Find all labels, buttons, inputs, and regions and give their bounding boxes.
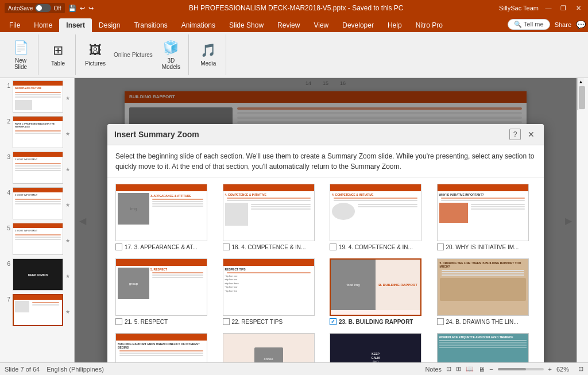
slide-checkbox-20[interactable] bbox=[437, 243, 444, 250]
slide-checkbox-23[interactable] bbox=[330, 318, 336, 325]
slide-label-20: 20. WHY IS INITIATIVE IM... bbox=[437, 243, 529, 250]
slide-checkbox-19[interactable] bbox=[330, 243, 336, 250]
tab-design[interactable]: Design bbox=[92, 18, 127, 32]
slide-thumb-28[interactable]: WORKPLACE ETIQUETTE AND DISPLAYED THEREO… bbox=[437, 333, 529, 362]
slide-label-text-23: 23. B. BUILDING RAPPORT bbox=[339, 319, 413, 325]
slide-label-19: 19. 4. COMPETENCE & IN... bbox=[330, 243, 421, 250]
zoom-level[interactable]: 62% bbox=[556, 366, 574, 373]
slide-item-21: group 5. RESPECT 21. 5. RESPECT bbox=[115, 258, 215, 325]
title-bar: AutoSave Off 💾 ↩ ↪ BH PROFESSIONALISM DE… bbox=[0, 0, 588, 16]
slide-thumb-25[interactable]: BUILDING RAPPORT ENDS WHEN CONFLICT OF I… bbox=[115, 333, 207, 362]
images-group: 🖼 Pictures Online Pictures 🧊 3D Models bbox=[78, 34, 189, 75]
slide-item-27: KEEP CALM AND MIND YOUR MANNERS 27. ... bbox=[330, 333, 429, 362]
slide-thumb-20[interactable]: WHY IS INITIATIVE IMPORTANT? bbox=[437, 184, 529, 241]
slide-label-22: 22. RESPECT TIPS bbox=[223, 318, 315, 325]
tab-nitropro[interactable]: Nitro Pro bbox=[409, 18, 450, 32]
slide-item-18: 4. COMPETENCE & INITIATIVE 18. 4. COMPET… bbox=[223, 184, 322, 250]
zoom-in-button[interactable]: + bbox=[548, 366, 552, 373]
minimize-button[interactable]: — bbox=[543, 3, 554, 13]
tab-animations[interactable]: Animations bbox=[175, 18, 222, 32]
zoom-slider[interactable] bbox=[498, 368, 544, 370]
table-icon: ⊞ bbox=[53, 43, 63, 58]
redo-icon[interactable]: ↪ bbox=[88, 5, 94, 12]
3d-models-button[interactable]: 🧊 3D Models bbox=[157, 36, 185, 74]
save-icon[interactable]: 💾 bbox=[68, 5, 76, 12]
tab-view[interactable]: View bbox=[307, 18, 335, 32]
ribbon-toolbar: 📄 New Slide ⊞ Table 🖼 Pictures Online Pi… bbox=[0, 32, 588, 78]
slide-thumb-2[interactable]: 2 PART 1: PROFESSIONALISM IN THE WORKPLA… bbox=[2, 116, 72, 148]
scroll-up-button[interactable]: ▲ bbox=[578, 78, 584, 85]
view-presenter-icon[interactable]: 🖥 bbox=[478, 366, 485, 373]
slide-item-19: 4. COMPETENCE & INITIATIVE 19. 4. COMPET… bbox=[330, 184, 429, 250]
slide-info: Slide 7 of 64 bbox=[5, 366, 40, 373]
tab-home[interactable]: Home bbox=[27, 18, 59, 32]
undo-icon[interactable]: ↩ bbox=[80, 5, 85, 12]
slide-thumb-18[interactable]: 4. COMPETENCE & INITIATIVE bbox=[223, 184, 315, 241]
slide-item-28: WORKPLACE ETIQUETTE AND DISPLAYED THEREO… bbox=[437, 333, 536, 362]
slide-checkbox-22[interactable] bbox=[223, 318, 230, 325]
slide-thumb-26[interactable]: coffee C. WORKPLACE ETIQUETTE bbox=[223, 333, 315, 362]
slide-label-text-24: 24. B. DRAWING THE LIN... bbox=[446, 319, 519, 325]
slide-thumb-4[interactable]: 4 5 MOST IMPORTANT ★ bbox=[2, 187, 72, 219]
slide-thumb-17[interactable]: img 3. APPEARANCE & ATTITUDE bbox=[115, 184, 207, 241]
new-slide-button[interactable]: 📄 New Slide bbox=[7, 36, 34, 74]
tab-insert[interactable]: Insert bbox=[59, 18, 92, 32]
fit-slide-button[interactable]: ⊡ bbox=[578, 365, 583, 373]
close-button[interactable]: ✕ bbox=[573, 3, 583, 13]
view-reading-icon[interactable]: 📖 bbox=[466, 365, 474, 373]
tab-review[interactable]: Review bbox=[270, 18, 307, 32]
table-button[interactable]: ⊞ Table bbox=[44, 36, 72, 74]
slide-thumb-7[interactable]: 7 ★ bbox=[2, 294, 72, 326]
dialog-close-button[interactable]: ✕ bbox=[525, 129, 537, 140]
slide-checkbox-17[interactable] bbox=[115, 243, 122, 250]
slide-thumb-27[interactable]: KEEP CALM AND MIND YOUR MANNERS bbox=[330, 333, 421, 362]
online-pictures-button[interactable]: Online Pictures bbox=[111, 51, 155, 59]
restore-button[interactable]: ❐ bbox=[558, 3, 568, 13]
dialog-description: Select the beginning slide of each secti… bbox=[107, 145, 544, 178]
slide-checkbox-21[interactable] bbox=[115, 318, 122, 325]
slide-thumb-23[interactable]: food img B. BUILDING RAPPORT bbox=[330, 258, 421, 316]
share-button[interactable]: Share bbox=[555, 21, 571, 28]
slides-grid: img 3. APPEARANCE & ATTITUDE 17. 3. APPE… bbox=[115, 184, 536, 362]
slide-thumb-6[interactable]: 6 KEEP IN MIND ★ bbox=[2, 258, 72, 291]
slide-thumb-24[interactable]: 5. DRAWING THE LINE: WHEN IS BUILDING RA… bbox=[437, 258, 529, 316]
tab-help[interactable]: Help bbox=[381, 18, 409, 32]
notes-button[interactable]: Notes bbox=[425, 366, 442, 373]
tab-transitions[interactable]: Transitions bbox=[127, 18, 174, 32]
zoom-out-button[interactable]: − bbox=[489, 366, 493, 373]
dialog-title: Insert Summary Zoom bbox=[114, 130, 199, 139]
autosave-toggle[interactable] bbox=[35, 4, 51, 12]
slide-item-26: coffee C. WORKPLACE ETIQUETTE 26. C. WOR… bbox=[223, 333, 322, 362]
tab-file[interactable]: File bbox=[2, 18, 27, 32]
slide-label-text-18: 18. 4. COMPETENCE & IN... bbox=[232, 244, 306, 250]
tab-developer[interactable]: Developer bbox=[335, 18, 381, 32]
slide-thumb-1[interactable]: 1 WORKPLACE CULTURE ★ bbox=[2, 80, 72, 113]
slide-checkbox-24[interactable] bbox=[437, 318, 444, 325]
slide-item-22: RESPECT TIPS • tip line one• tip line tw… bbox=[223, 258, 322, 325]
status-left: Slide 7 of 64 English (Philippines) bbox=[5, 366, 104, 373]
slide-label-17: 17. 3. APPEARANCE & AT... bbox=[115, 243, 207, 250]
slide-thumb-19[interactable]: 4. COMPETENCE & INITIATIVE bbox=[330, 184, 421, 241]
slide-thumb-22[interactable]: RESPECT TIPS • tip line one• tip line tw… bbox=[223, 258, 315, 316]
slide-label-text-21: 21. 5. RESPECT bbox=[125, 319, 168, 325]
tell-me-box[interactable]: 🔍 Tell me bbox=[508, 19, 550, 30]
slide-label-24: 24. B. DRAWING THE LIN... bbox=[437, 318, 529, 325]
status-bar: Slide 7 of 64 English (Philippines) Note… bbox=[0, 362, 588, 375]
new-slide-icon: 📄 bbox=[13, 40, 29, 55]
window-title: BH PROFESSIONALISM DECK-MAR2018-V5.pptx … bbox=[94, 4, 500, 12]
dialog-help-button[interactable]: ? bbox=[509, 129, 521, 140]
3d-models-icon: 🧊 bbox=[163, 40, 179, 55]
scrollbar-thumb[interactable] bbox=[579, 86, 585, 109]
comments-icon[interactable]: 💬 bbox=[576, 20, 586, 29]
pictures-button[interactable]: 🖼 Pictures bbox=[82, 36, 109, 74]
slide-thumb-21[interactable]: group 5. RESPECT bbox=[115, 258, 207, 316]
autosave-state: Off bbox=[53, 5, 61, 11]
slide-thumb-3[interactable]: 3 5 MOST IMPORTANT ★ bbox=[2, 152, 72, 184]
view-slide-sorter-icon[interactable]: ⊞ bbox=[456, 365, 461, 373]
slide-thumb-5[interactable]: 5 5 MOST IMPORTANT ★ bbox=[2, 223, 72, 255]
slide-checkbox-18[interactable] bbox=[223, 243, 230, 250]
view-normal-icon[interactable]: ⊡ bbox=[446, 365, 451, 373]
media-button[interactable]: 🎵 Media bbox=[195, 36, 222, 74]
tab-slideshow[interactable]: Slide Show bbox=[222, 18, 270, 32]
scrollbar[interactable]: ▲ bbox=[577, 78, 584, 110]
